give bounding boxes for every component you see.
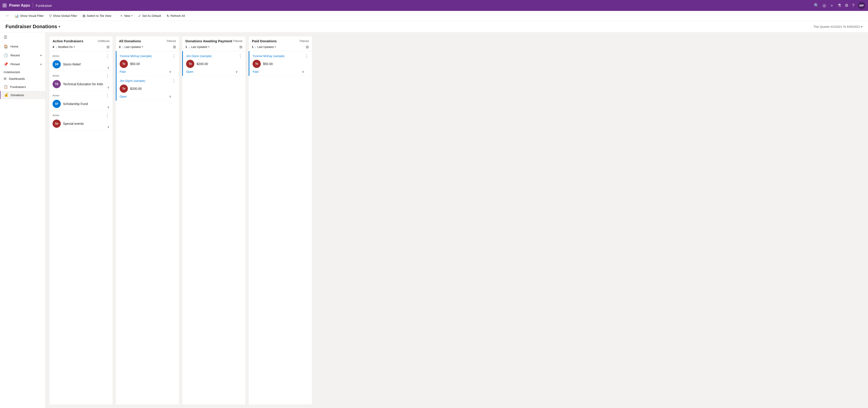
user-avatar[interactable]: MP [858,2,865,9]
sort-down-icon: ↓ [188,45,190,49]
expand-icon[interactable]: ∨ [107,105,110,109]
plus-icon[interactable]: ＋ [830,3,834,8]
panel-view-btn-paid-donations[interactable]: ⊞ [306,45,309,49]
expand-icon[interactable]: ∨ [236,70,238,73]
recent-icon: 🕐 [4,53,8,58]
panel-header-all-donations: All Donations Filtered 2 ↓ Last Updated … [116,36,179,51]
item-menu-button[interactable]: ⋮ [238,54,242,59]
panel-count-all-donations: 2 [119,45,121,48]
donor-link[interactable]: Jim Glynn (sample) [120,79,145,82]
app-grid-icon[interactable] [3,4,6,7]
sidebar-item-home[interactable]: 🏠 Home [0,42,45,51]
panel-all-donations: All Donations Filtered 2 ↓ Last Updated … [116,36,179,405]
donation-status[interactable]: Paid [253,70,258,73]
donation-amount: $50.00 [263,62,273,66]
help-icon[interactable]: ? [852,3,854,8]
item-menu-button[interactable]: ⋮ [305,54,309,59]
panel-paid-donations: Paid Donations Filtered 1 ↓ Last Updated… [248,36,312,405]
sidebar-item-donations[interactable]: 💰 Donations [0,91,45,99]
back-button[interactable]: ← [4,12,11,19]
donor-link[interactable]: Jim Glynn (sample) [186,54,212,58]
expand-icon[interactable]: ∨ [107,125,110,129]
panel-title-paid-donations: Paid Donations [252,39,277,43]
sidebar-section-label: Fundraiser [0,69,45,74]
panel-donations-awaiting: Donations Awaiting Payment Filtered 1 ↓ … [182,36,246,405]
sidebar-item-pinned[interactable]: 📌 Pinned ▾ [0,60,45,69]
show-global-filter-button[interactable]: ▽ Show Global Filter [47,12,80,20]
avatar: Te [120,84,128,93]
item-menu-button[interactable]: ⋮ [105,113,110,118]
sidebar-item-recent[interactable]: 🕐 Recent ▾ [0,51,45,60]
fundraisers-icon: 📋 [4,85,8,89]
refresh-all-button[interactable]: ↻ Refresh All [164,12,187,20]
panel-sort-paid-donations[interactable]: ↓ Last Updated ▾ [255,45,276,49]
list-item: Active ⋮ SF Scholarship Fund ∨ [50,91,113,110]
panel-filter-donations-awaiting: Filtered [233,39,242,43]
home-icon: 🏠 [4,44,8,48]
sort-chevron-icon: ▾ [142,45,143,48]
recent-chevron-icon: ▾ [40,54,42,57]
expand-icon[interactable]: ∨ [107,86,110,89]
avatar: Te [120,60,128,68]
search-icon[interactable]: 🔍 [814,3,819,8]
list-item: Active ⋮ SR Storm Relief ∨ [50,51,113,71]
copilot-icon[interactable]: ◎ [823,3,826,8]
pinned-chevron-icon: ▾ [40,63,42,66]
expand-icon[interactable]: ∨ [302,70,304,73]
item-name: Technical Education for Kids [63,82,103,86]
sort-chevron-icon: ▾ [208,45,210,48]
sidebar-hamburger[interactable]: ☰ [0,33,45,42]
item-menu-button[interactable]: ⋮ [105,73,110,78]
donation-amount: $200.00 [130,87,142,91]
new-button[interactable]: ＋ New ▾ [117,12,135,20]
expand-icon[interactable]: ∨ [169,95,171,98]
sidebar-item-fundraisers[interactable]: 📋 Fundraisers [0,83,45,91]
sort-down-icon: ↓ [56,45,57,49]
item-menu-button[interactable]: ⋮ [105,93,110,98]
item-status: Active [53,74,59,77]
avatar: SR [53,60,61,68]
checkmark-icon: ✓ [138,14,141,18]
donation-status[interactable]: Paid [120,70,126,73]
command-bar: ← 📊 Show Visual Filter ▽ Show Global Fil… [0,11,868,21]
panel-sort-active-fundraisers[interactable]: ↓ Modified On ▾ [56,45,75,49]
item-menu-button[interactable]: ⋮ [172,54,176,59]
kanban-content: Active Fundraisers Unfiltered 4 ↓ Modifi… [45,33,868,408]
list-item: Yvonne McKay (sample) ⋮ Te $50.00 Paid ∨ [249,51,312,76]
expand-icon[interactable]: ∨ [107,66,110,69]
top-bar: Power Apps Fundraiser 🔍 ◎ ＋ ⚗ ⚙ ? MP [0,0,868,11]
panel-filter-all-donations: Filtered [167,39,176,43]
top-bar-right: 🔍 ◎ ＋ ⚗ ⚙ ? MP [814,2,865,9]
date-range[interactable]: This Quarter 4/1/2021 To 6/30/2021 ▾ [813,25,863,28]
main-layout: ☰ 🏠 Home 🕐 Recent ▾ 📌 Pinned ▾ Fundraise… [0,33,868,408]
panel-sort-all-donations[interactable]: ↓ Last Updated ▾ [122,45,143,49]
donation-status[interactable]: Open [120,95,127,98]
sort-chevron-icon: ▾ [275,45,276,48]
panel-count-paid-donations: 1 [252,45,253,48]
page-title[interactable]: Fundraiser Donations ▾ [5,24,60,30]
avatar: Te [186,60,194,68]
donor-link[interactable]: Yvonne McKay (sample) [120,54,152,58]
panel-view-btn-all-donations[interactable]: ⊞ [173,45,176,49]
pin-icon: 📌 [4,62,8,66]
donor-link[interactable]: Yvonne McKay (sample) [253,54,285,58]
panel-view-btn-active-fundraisers[interactable]: ⊞ [106,45,110,49]
switch-tile-view-button[interactable]: ⊞ Switch to Tile View [80,12,114,20]
set-as-default-button[interactable]: ✓ Set As Default [136,12,163,20]
cmd-separator-1 [115,14,116,18]
bar-chart-icon: 📊 [14,14,19,18]
panel-sort-donations-awaiting[interactable]: ↓ Last Updated ▾ [188,45,209,49]
page-title-chevron: ▾ [59,25,60,28]
settings-icon[interactable]: ⚙ [845,3,848,8]
panel-view-btn-donations-awaiting[interactable]: ⊞ [239,45,242,49]
expand-icon[interactable]: ∨ [169,70,171,73]
app-name: Power Apps [9,3,30,7]
sidebar-item-dashboards[interactable]: ⊞ Dashboards [0,74,45,83]
panel-filter-active-fundraisers: Unfiltered [98,39,110,43]
item-menu-button[interactable]: ⋮ [172,78,176,83]
filter-icon[interactable]: ⚗ [838,3,841,8]
show-visual-filter-button[interactable]: 📊 Show Visual Filter [12,12,46,20]
item-menu-button[interactable]: ⋮ [105,54,110,59]
donation-status[interactable]: Open [186,70,193,73]
avatar: Te [253,60,261,68]
